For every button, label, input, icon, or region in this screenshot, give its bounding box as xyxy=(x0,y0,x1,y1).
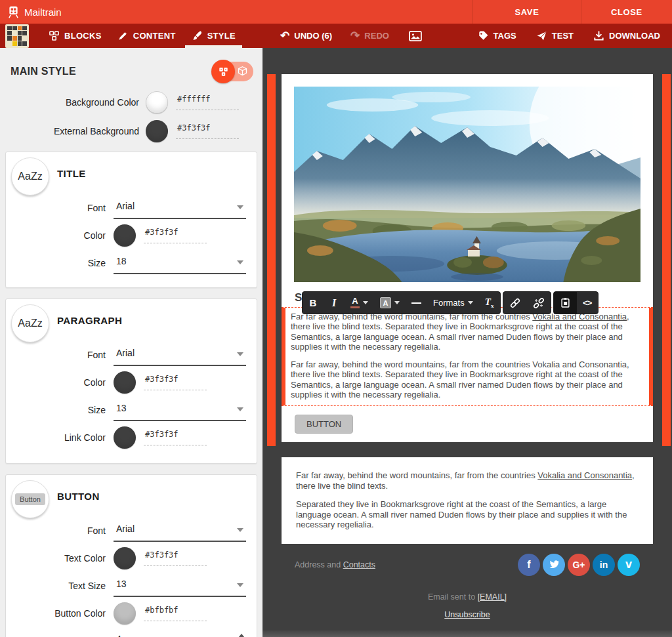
title-preview-badge: AaZz xyxy=(11,157,49,195)
background-color-hex[interactable]: #ffffff xyxy=(176,94,239,110)
tab-style[interactable]: STYLE xyxy=(184,24,243,48)
tab-content[interactable]: CONTENT xyxy=(110,24,184,48)
vimeo-icon[interactable]: v xyxy=(618,554,640,576)
button-text-color-swatch[interactable] xyxy=(114,547,136,569)
chevron-down-icon xyxy=(237,205,243,209)
button-color-hex[interactable]: #bfbfbf xyxy=(144,606,207,621)
external-background-row: External Background #3f3f3f xyxy=(0,120,262,142)
tag-icon xyxy=(478,30,489,41)
title-card-heading: TITLE xyxy=(57,168,86,179)
email-token-link[interactable]: [EMAIL] xyxy=(478,592,507,602)
paragraph-link-color-swatch[interactable] xyxy=(114,426,136,449)
undo-icon: ↶ xyxy=(280,30,289,41)
background-color-button[interactable]: A xyxy=(374,292,406,314)
contacts-link[interactable]: Contacts xyxy=(343,560,375,569)
editor-toolbar-bar: BLOCKS CONTENT STYLE ↶ UNDO (6) ↷ REDO xyxy=(0,24,672,48)
richtext-toolbar: B I A A xyxy=(302,291,598,314)
paragraph: Far far away, behind the word mountains,… xyxy=(291,360,641,400)
bold-button[interactable]: B xyxy=(303,292,324,314)
link-icon xyxy=(509,297,521,309)
tab-blocks[interactable]: BLOCKS xyxy=(41,24,110,48)
text-block[interactable]: Far far away, behind the word mountains,… xyxy=(282,457,653,544)
chevron-down-icon[interactable] xyxy=(394,301,400,304)
clear-formatting-button[interactable]: Tx xyxy=(479,292,500,314)
button-text-color-hex[interactable]: #3f3f3f xyxy=(144,550,207,566)
paper-plane-icon xyxy=(536,30,547,41)
background-color-row: Background Color #ffffff xyxy=(0,91,262,113)
facebook-icon[interactable]: f xyxy=(518,554,540,576)
undo-button[interactable]: ↶ UNDO (6) xyxy=(280,30,332,41)
chevron-down-icon xyxy=(468,301,473,304)
redo-icon: ↷ xyxy=(350,30,360,41)
title-style-card: AaZz TITLE Font Arial Color #3f3f3f xyxy=(5,152,257,288)
style-scope-toggle[interactable] xyxy=(211,61,253,82)
clipboard-icon xyxy=(560,297,571,308)
pencil-icon xyxy=(117,30,129,41)
button-preview-badge: Button xyxy=(11,480,49,518)
image-icon xyxy=(409,31,422,41)
social-icons: f G+ in v xyxy=(518,554,640,576)
title-color-swatch[interactable] xyxy=(114,224,136,247)
paragraph-preview-badge: AaZz xyxy=(11,304,49,342)
mosaico-logo xyxy=(5,24,29,48)
brand-label: Mailtrain xyxy=(24,7,62,18)
paragraph-size-select[interactable]: 13 xyxy=(114,399,246,421)
linkedin-icon[interactable]: in xyxy=(593,554,615,576)
spin-up-icon[interactable] xyxy=(238,634,245,637)
unsubscribe-link[interactable]: Unsubscribe xyxy=(444,610,490,619)
corner-radius-input[interactable]: 4 xyxy=(114,630,246,637)
title-size-select[interactable]: 18 xyxy=(114,252,246,274)
brush-icon xyxy=(192,30,203,41)
insert-link-button[interactable] xyxy=(503,292,527,314)
unlink-icon xyxy=(533,297,545,309)
download-button[interactable]: DOWNLOAD xyxy=(593,30,660,41)
remove-link-button[interactable] xyxy=(527,292,551,314)
external-background-hex[interactable]: #3f3f3f xyxy=(176,123,239,139)
link-group xyxy=(503,291,551,314)
paragraph-color-hex[interactable]: #3f3f3f xyxy=(144,375,207,390)
paste-as-text-button[interactable] xyxy=(554,292,577,314)
italic-button[interactable]: I xyxy=(324,292,345,314)
body-link[interactable]: Vokalia and Consonantia xyxy=(537,470,632,480)
formats-dropdown[interactable]: Formats xyxy=(427,292,479,314)
paragraph-color-swatch[interactable] xyxy=(114,371,136,394)
gallery-button[interactable] xyxy=(409,31,422,41)
twitter-icon[interactable] xyxy=(543,554,565,576)
hero-image-lake-bled[interactable] xyxy=(294,74,640,282)
test-button[interactable]: TEST xyxy=(536,30,574,41)
paragraph-link-color-hex[interactable]: #3f3f3f xyxy=(144,430,207,445)
save-button[interactable]: SAVE xyxy=(472,0,581,24)
format-group: B I A A xyxy=(302,291,501,314)
selected-text-block[interactable]: Far far away, behind the word mountains,… xyxy=(282,307,653,406)
title-color-hex[interactable]: #3f3f3f xyxy=(144,228,207,243)
right-actions: TAGS TEST DOWNLOAD xyxy=(478,30,672,41)
google-plus-icon[interactable]: G+ xyxy=(568,554,590,576)
blocks-style-icon xyxy=(211,60,235,83)
button-text-size-select[interactable]: 13 xyxy=(114,575,246,597)
button-color-swatch[interactable] xyxy=(114,602,136,625)
hero-block[interactable]: Se B I A xyxy=(282,74,653,442)
chevron-down-icon xyxy=(237,528,243,532)
chevron-down-icon[interactable] xyxy=(363,301,368,304)
button-font-select[interactable]: Arial xyxy=(114,520,246,542)
paragraph-font-select[interactable]: Arial xyxy=(114,344,246,366)
close-button[interactable]: CLOSE xyxy=(581,0,672,24)
tags-button[interactable]: TAGS xyxy=(478,30,516,41)
email-preview: Se B I A xyxy=(262,48,672,637)
train-icon xyxy=(7,5,20,19)
text-color-button[interactable]: A xyxy=(345,292,374,314)
number-spinner[interactable] xyxy=(238,634,245,637)
external-background-swatch[interactable] xyxy=(146,120,168,142)
button-style-card: Button BUTTON Font Arial Text Color #3f3 xyxy=(5,474,257,637)
redo-button[interactable]: ↷ REDO xyxy=(350,30,389,41)
email-cta-button[interactable]: BUTTON xyxy=(295,415,353,434)
paragraph-card-heading: PARAGRAPH xyxy=(57,315,122,326)
main-style-title: MAIN STYLE xyxy=(10,66,76,77)
address-line: Address and Contacts xyxy=(295,560,375,569)
source-code-button[interactable]: <> xyxy=(577,292,598,314)
title-font-select[interactable]: Arial xyxy=(114,197,246,219)
footer-block[interactable]: Address and Contacts f G+ in v xyxy=(282,554,653,576)
background-color-swatch[interactable] xyxy=(146,91,168,113)
chevron-down-icon xyxy=(237,352,243,356)
horizontal-rule-button[interactable] xyxy=(406,292,427,314)
